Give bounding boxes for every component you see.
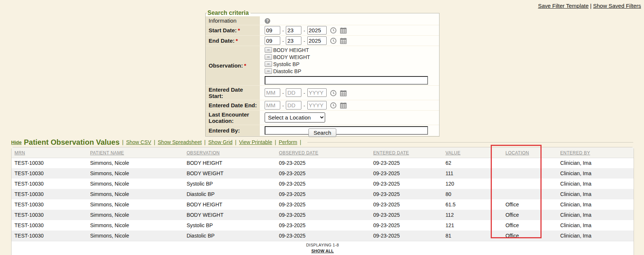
table-cell: Systolic BP [184, 220, 276, 231]
end-date-year-input[interactable] [307, 36, 327, 45]
hide-results-link[interactable]: Hide [11, 140, 22, 145]
observation-search-input[interactable] [265, 76, 428, 85]
table-cell: Office [503, 199, 558, 210]
sort-link[interactable]: OBSERVATION [187, 150, 220, 156]
remove-observation-button[interactable]: – [265, 47, 272, 53]
table-cell: 09-23-2025 [276, 189, 370, 199]
results-titlebar: Hide Patient Observation Values |Show CS… [11, 138, 634, 147]
sort-link[interactable]: OBSERVED DATE [279, 150, 318, 156]
table-cell: 09-23-2025 [276, 199, 370, 210]
calendar-icon[interactable] [340, 37, 347, 44]
table-cell: 09-23-2025 [276, 158, 370, 168]
sort-link[interactable]: ENTERED BY [560, 150, 590, 156]
end-date-month-input[interactable] [265, 36, 280, 45]
start-date-day-input[interactable] [286, 26, 301, 35]
table-cell: Simmons, Nicole [87, 220, 184, 231]
table-cell: Simmons, Nicole [87, 210, 184, 220]
sort-link[interactable]: LOCATION [506, 150, 529, 156]
table-cell: Simmons, Nicole [87, 231, 184, 241]
results-table-container: MRNPATIENT NAMEOBSERVATIONOBSERVED DATEE… [11, 147, 634, 255]
remove-observation-button[interactable]: – [265, 54, 272, 60]
start-date-month-input[interactable] [265, 26, 280, 35]
remove-observation-button[interactable]: – [265, 68, 272, 74]
table-cell: TEST-10030 [12, 199, 87, 210]
table-cell: Office [503, 231, 558, 241]
entered-date-end-year-input[interactable] [307, 101, 327, 109]
table-cell: BODY WEIGHT [184, 168, 276, 179]
action-link-view-printable[interactable]: View Printable [239, 139, 272, 145]
patient-observation-table: MRNPATIENT NAMEOBSERVATIONOBSERVED DATEE… [12, 147, 634, 241]
sort-link[interactable]: MRN [14, 150, 25, 156]
required-asterisk: * [238, 27, 240, 33]
table-header-row: MRNPATIENT NAMEOBSERVATIONOBSERVED DATEE… [12, 147, 634, 158]
start-date-year-input[interactable] [307, 26, 327, 35]
table-cell: 09-23-2025 [370, 179, 442, 189]
table-row: TEST-10030Simmons, NicoleDiastolic BP09-… [12, 231, 634, 241]
table-cell: Clinician, Ima [557, 158, 634, 168]
entered-date-start-month-input[interactable] [265, 88, 280, 97]
remove-observation-button[interactable]: – [265, 61, 272, 67]
sort-link[interactable]: VALUE [445, 150, 460, 156]
clock-icon[interactable] [330, 27, 337, 34]
table-row: TEST-10030Simmons, NicoleBODY HEIGHT09-2… [12, 158, 634, 168]
results-section: Hide Patient Observation Values |Show CS… [11, 138, 634, 255]
clock-icon[interactable] [330, 90, 337, 97]
table-cell: BODY WEIGHT [184, 210, 276, 220]
table-footer: DISPLAYING 1-8 SHOW ALL [12, 241, 634, 255]
observation-selected-list: –BODY HEIGHT–BODY WEIGHT–Systolic BP–Dia… [265, 47, 438, 75]
table-cell: Diastolic BP [184, 231, 276, 241]
table-cell: 81 [442, 231, 503, 241]
column-header-entered-by: ENTERED BY [557, 147, 634, 158]
table-cell: 09-23-2025 [276, 210, 370, 220]
action-separator: | [300, 139, 301, 145]
table-row: TEST-10030Simmons, NicoleBODY WEIGHT09-2… [12, 168, 634, 179]
table-cell: TEST-10030 [12, 179, 87, 189]
sort-link[interactable]: PATIENT NAME [90, 150, 124, 156]
displaying-count: DISPLAYING 1-8 [12, 243, 634, 247]
table-body: TEST-10030Simmons, NicoleBODY HEIGHT09-2… [12, 158, 634, 241]
calendar-icon[interactable] [340, 90, 347, 97]
table-row: TEST-10030Simmons, NicoleBODY HEIGHT09-2… [12, 199, 634, 210]
table-cell: Clinician, Ima [557, 231, 634, 241]
entered-date-end-month-input[interactable] [265, 101, 280, 109]
calendar-icon[interactable] [340, 102, 347, 109]
column-header-mrn: MRN [12, 147, 87, 158]
entered-date-start-day-input[interactable] [286, 88, 301, 97]
required-asterisk: * [236, 37, 238, 44]
clock-icon[interactable] [330, 102, 337, 109]
table-cell: 09-23-2025 [370, 168, 442, 179]
date-separator: - [304, 28, 305, 33]
end-date-day-input[interactable] [286, 36, 301, 45]
sort-link[interactable]: ENTERED DATE [373, 150, 409, 156]
filter-links: Save Filter Template|Show Saved Filters [538, 3, 641, 9]
table-cell: BODY HEIGHT [184, 199, 276, 210]
action-link-show-grid[interactable]: Show Grid [208, 139, 232, 145]
table-cell: 09-23-2025 [370, 231, 442, 241]
table-row: TEST-10030Simmons, NicoleDiastolic BP09-… [12, 189, 634, 199]
table-cell: TEST-10030 [12, 220, 87, 231]
last-encounter-location-select[interactable]: Select a Location [265, 112, 325, 122]
search-button[interactable]: Search [308, 128, 337, 137]
calendar-icon[interactable] [340, 27, 347, 34]
help-icon[interactable]: ? [265, 18, 270, 24]
action-link-show-spreadsheet[interactable]: Show Spreadsheet [158, 139, 202, 145]
title-rule [307, 142, 633, 143]
table-cell: BODY HEIGHT [184, 158, 276, 168]
column-header-value: VALUE [442, 147, 503, 158]
save-filter-template-link[interactable]: Save Filter Template [538, 3, 588, 9]
search-criteria-legend: Search criteria [207, 10, 251, 16]
observation-option: –BODY HEIGHT [265, 47, 438, 53]
column-header-patient-name: PATIENT NAME [87, 147, 184, 158]
date-separator: - [282, 103, 284, 108]
entered-date-start-year-input[interactable] [307, 88, 327, 97]
action-link-show-csv[interactable]: Show CSV [126, 139, 151, 145]
clock-icon[interactable] [330, 37, 337, 44]
action-link-perform[interactable]: Perform [279, 139, 297, 145]
entered-date-end-day-input[interactable] [286, 101, 301, 109]
date-separator: - [282, 90, 284, 96]
table-cell [503, 158, 558, 168]
show-saved-filters-link[interactable]: Show Saved Filters [593, 3, 641, 9]
action-separator: | [204, 139, 206, 145]
show-all-link[interactable]: SHOW ALL [311, 249, 334, 253]
last-encounter-location-label: Last Encounter Location: [206, 110, 260, 125]
